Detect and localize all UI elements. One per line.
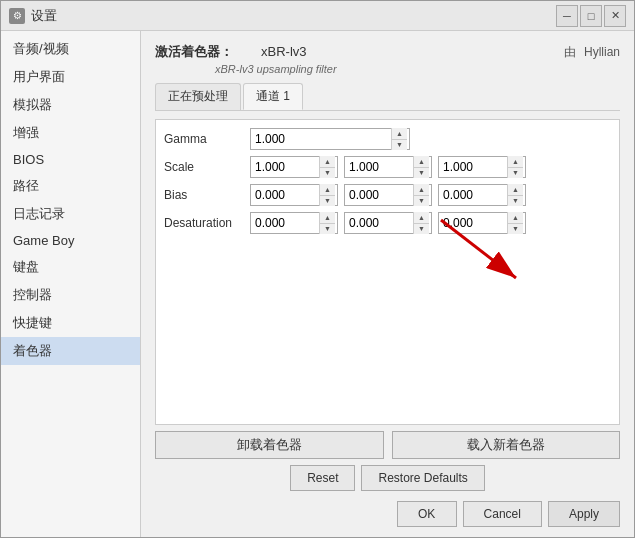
plugin-title-label: 激活着色器：	[155, 43, 233, 61]
param-row-scale: Scale ▲ ▼ ▲ ▼	[164, 156, 611, 178]
sidebar-item-logging[interactable]: 日志记录	[1, 200, 140, 228]
plugin-name: xBR-lv3	[241, 44, 556, 59]
reset-button[interactable]: Reset	[290, 465, 355, 491]
sidebar-item-shortcuts[interactable]: 快捷键	[1, 309, 140, 337]
settings-window: ⚙ 设置 ─ □ ✕ 音频/视频 用户界面 模拟器 增强 BIOS 路径 日志记…	[0, 0, 635, 538]
red-arrow-area	[164, 240, 611, 300]
bias-arrows-2: ▲ ▼	[413, 184, 429, 206]
bias-arrows-3: ▲ ▼	[507, 184, 523, 206]
tab-preprocessing[interactable]: 正在预处理	[155, 83, 241, 110]
desat-spinbox-2[interactable]: ▲ ▼	[344, 212, 432, 234]
desat-arrows-2: ▲ ▼	[413, 212, 429, 234]
scale-arrows-1: ▲ ▼	[319, 156, 335, 178]
desat-spinbox-1[interactable]: ▲ ▼	[250, 212, 338, 234]
sidebar-item-enhance[interactable]: 增强	[1, 119, 140, 147]
param-label-scale: Scale	[164, 160, 244, 174]
scale-spinbox-3[interactable]: ▲ ▼	[438, 156, 526, 178]
bias-up-2[interactable]: ▲	[414, 184, 429, 196]
param-row-desaturation: Desaturation ▲ ▼ ▲ ▼	[164, 212, 611, 234]
sidebar-item-keyboard[interactable]: 键盘	[1, 253, 140, 281]
gamma-arrows: ▲ ▼	[391, 128, 407, 150]
sidebar-item-bios[interactable]: BIOS	[1, 147, 140, 172]
desat-up-1[interactable]: ▲	[320, 212, 335, 224]
scale-arrows-2: ▲ ▼	[413, 156, 429, 178]
desat-down-1[interactable]: ▼	[320, 224, 335, 235]
gamma-up[interactable]: ▲	[392, 128, 407, 140]
scale-spinbox-2[interactable]: ▲ ▼	[344, 156, 432, 178]
scale-spinbox-1[interactable]: ▲ ▼	[250, 156, 338, 178]
load-unload-row: 卸载着色器 载入新着色器	[155, 431, 620, 459]
sidebar-item-audio-video[interactable]: 音频/视频	[1, 35, 140, 63]
scale-input-2[interactable]	[345, 157, 413, 177]
scale-input-1[interactable]	[251, 157, 319, 177]
window-icon: ⚙	[9, 8, 25, 24]
sidebar-item-controller[interactable]: 控制器	[1, 281, 140, 309]
window-title: 设置	[31, 7, 556, 25]
main-area: 激活着色器： xBR-lv3 由 Hyllian xBR-lv3 upsampl…	[141, 31, 634, 537]
scale-input-3[interactable]	[439, 157, 507, 177]
bias-spinbox-3[interactable]: ▲ ▼	[438, 184, 526, 206]
close-button[interactable]: ✕	[604, 5, 626, 27]
maximize-button[interactable]: □	[580, 5, 602, 27]
params-area: Gamma ▲ ▼ Scale ▲	[155, 119, 620, 425]
desat-input-2[interactable]	[345, 213, 413, 233]
scale-down-2[interactable]: ▼	[414, 168, 429, 179]
bias-input-3[interactable]	[439, 185, 507, 205]
scale-down-3[interactable]: ▼	[508, 168, 523, 179]
bias-spinbox-1[interactable]: ▲ ▼	[250, 184, 338, 206]
sidebar-item-shader[interactable]: 着色器	[1, 337, 140, 365]
bias-up-3[interactable]: ▲	[508, 184, 523, 196]
plugin-author: Hyllian	[584, 45, 620, 59]
sidebar-item-emulator[interactable]: 模拟器	[1, 91, 140, 119]
param-label-gamma: Gamma	[164, 132, 244, 146]
cancel-button[interactable]: Cancel	[463, 501, 542, 527]
load-shader-button[interactable]: 载入新着色器	[392, 431, 621, 459]
unload-shader-button[interactable]: 卸载着色器	[155, 431, 384, 459]
plugin-author-label: 由	[564, 44, 576, 61]
scale-down-1[interactable]: ▼	[320, 168, 335, 179]
apply-button[interactable]: Apply	[548, 501, 620, 527]
title-bar: ⚙ 设置 ─ □ ✕	[1, 1, 634, 31]
sidebar-item-ui[interactable]: 用户界面	[1, 63, 140, 91]
param-label-desaturation: Desaturation	[164, 216, 244, 230]
scale-up-1[interactable]: ▲	[320, 156, 335, 168]
desat-arrows-1: ▲ ▼	[319, 212, 335, 234]
desat-input-1[interactable]	[251, 213, 319, 233]
desat-up-2[interactable]: ▲	[414, 212, 429, 224]
restore-defaults-button[interactable]: Restore Defaults	[361, 465, 484, 491]
tab-bar: 正在预处理 通道 1	[155, 83, 620, 111]
param-row-bias: Bias ▲ ▼ ▲ ▼	[164, 184, 611, 206]
ok-button[interactable]: OK	[397, 501, 457, 527]
tab-channel1[interactable]: 通道 1	[243, 83, 303, 110]
bias-down-2[interactable]: ▼	[414, 196, 429, 207]
sidebar-item-gameboy[interactable]: Game Boy	[1, 228, 140, 253]
scale-up-2[interactable]: ▲	[414, 156, 429, 168]
scale-up-3[interactable]: ▲	[508, 156, 523, 168]
footer-row: OK Cancel Apply	[155, 497, 620, 529]
gamma-down[interactable]: ▼	[392, 140, 407, 151]
bias-down-1[interactable]: ▼	[320, 196, 335, 207]
plugin-header: 激活着色器： xBR-lv3 由 Hyllian	[155, 43, 620, 61]
red-arrow-icon	[431, 210, 531, 290]
plugin-subtitle: xBR-lv3 upsampling filter	[155, 63, 620, 75]
bias-up-1[interactable]: ▲	[320, 184, 335, 196]
scale-arrows-3: ▲ ▼	[507, 156, 523, 178]
gamma-spinbox[interactable]: ▲ ▼	[250, 128, 410, 150]
svg-line-1	[441, 220, 516, 278]
desat-down-2[interactable]: ▼	[414, 224, 429, 235]
sidebar: 音频/视频 用户界面 模拟器 增强 BIOS 路径 日志记录 Game Boy …	[1, 31, 141, 537]
bias-input-1[interactable]	[251, 185, 319, 205]
param-label-bias: Bias	[164, 188, 244, 202]
action-row: Reset Restore Defaults	[155, 465, 620, 491]
param-row-gamma: Gamma ▲ ▼	[164, 128, 611, 150]
bias-down-3[interactable]: ▼	[508, 196, 523, 207]
minimize-button[interactable]: ─	[556, 5, 578, 27]
content-area: 音频/视频 用户界面 模拟器 增强 BIOS 路径 日志记录 Game Boy …	[1, 31, 634, 537]
title-bar-buttons: ─ □ ✕	[556, 5, 626, 27]
gamma-input[interactable]	[251, 129, 391, 149]
bias-input-2[interactable]	[345, 185, 413, 205]
bias-spinbox-2[interactable]: ▲ ▼	[344, 184, 432, 206]
bias-arrows-1: ▲ ▼	[319, 184, 335, 206]
sidebar-item-path[interactable]: 路径	[1, 172, 140, 200]
